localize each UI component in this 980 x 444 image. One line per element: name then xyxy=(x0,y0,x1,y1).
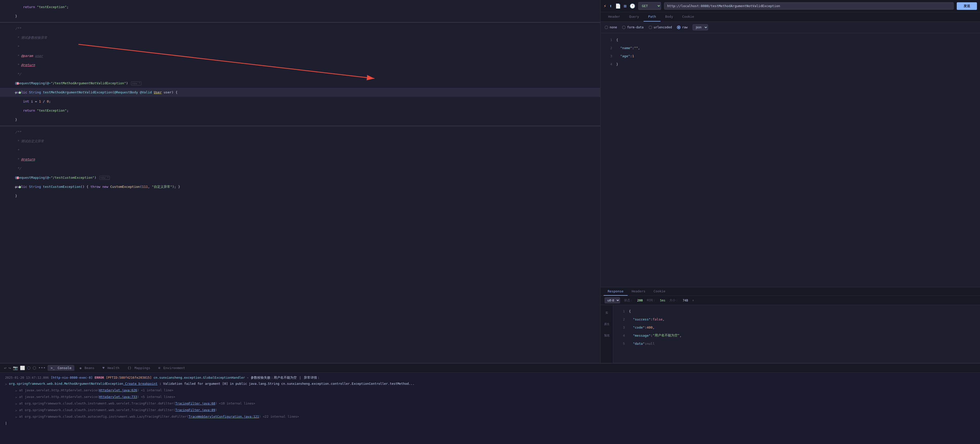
response-panel: Response Headers Cookie utf-8 状态： 200 时间… xyxy=(601,287,980,363)
code-line-comment: * 测试参数校验异常 xyxy=(0,33,600,42)
fire-icon[interactable]: ⚡ xyxy=(604,3,606,9)
console-icon-more[interactable]: ••• xyxy=(38,366,46,371)
response-meta-row: utf-8 状态： 200 时间： 5ms 大小： 74B ⬇ xyxy=(601,296,980,305)
json-line-3: 3 "age" : 1 xyxy=(601,52,980,60)
format-select[interactable]: json xyxy=(693,24,708,30)
console-tab-environment[interactable]: ⊞ Environment xyxy=(155,365,188,371)
code-line-comment: /** xyxy=(0,24,600,33)
console-stack-5: > at org.springframework.cloud.sleuth.au… xyxy=(15,414,975,420)
radio-raw-btn[interactable] xyxy=(677,26,681,29)
code-line-annotation: ● @RequestMapping(@~"/testMethodArgument… xyxy=(0,79,600,88)
console-icon-1[interactable]: ↩ xyxy=(4,366,6,371)
tab-header[interactable]: Header xyxy=(604,12,625,22)
code-line-comment: * xyxy=(0,42,600,51)
debug-arrow-2: → ● xyxy=(14,182,21,192)
code-line-comment: */ xyxy=(0,70,600,79)
console-stacktrace-main: > org.springframework.web.bind.MethodArg… xyxy=(5,381,975,387)
console-icon-5[interactable]: ⬡ xyxy=(27,366,30,371)
url-input[interactable] xyxy=(664,2,954,10)
response-body: 实 原生 预览 1 { 2 "success" : false xyxy=(601,305,980,363)
response-tab-headers[interactable]: Headers xyxy=(628,287,650,295)
json-line-1: 1 { xyxy=(601,36,980,44)
section-divider-2 xyxy=(0,126,600,126)
resp-json-line-4: 4 "message" : "用户名不能为空" , xyxy=(613,331,980,339)
side-label-real: 实 xyxy=(601,307,613,318)
tab-cookie[interactable]: Cookie xyxy=(678,12,699,22)
request-tabs-row: Header Query Path Body Cookie xyxy=(601,12,980,22)
history-icon[interactable]: 🕐 xyxy=(630,3,635,9)
grid-icon[interactable]: ⊞ xyxy=(624,3,627,9)
console-tab-beans[interactable]: ◉ Beans xyxy=(76,365,97,371)
console-cursor-line: | xyxy=(5,421,975,426)
console-tab-console[interactable]: >_ Console xyxy=(48,365,74,371)
code-editor: return "testException"; } /** * 测试参数校验异常… xyxy=(0,0,601,363)
resp-json-line-5: 5 "data" : null xyxy=(613,339,980,348)
code-line: } xyxy=(0,12,600,21)
code-line-body: return "testException"; xyxy=(0,106,600,115)
radio-raw[interactable]: raw xyxy=(677,26,687,29)
main-container: return "testException"; } /** * 测试参数校验异常… xyxy=(0,0,980,363)
tab-path[interactable]: Path xyxy=(644,12,660,22)
console-icon-4[interactable]: ⬜ xyxy=(20,366,25,371)
document-icon[interactable]: 📄 xyxy=(615,3,621,9)
size-val: 74B xyxy=(682,299,688,302)
send-button[interactable]: 发送 xyxy=(957,2,977,10)
radio-none[interactable]: none xyxy=(605,26,617,29)
upload-icon[interactable]: ⬆ xyxy=(609,3,612,9)
code-line-method-sig: → ● public String testMethodArgumentNotV… xyxy=(0,88,600,97)
method-select[interactable]: GET xyxy=(638,2,661,10)
console-icon: >_ xyxy=(51,366,55,370)
status-label: 状态： xyxy=(624,298,633,302)
section-divider xyxy=(0,22,600,23)
stack-link-1[interactable]: HttpServlet.java:626 xyxy=(99,388,137,393)
body-type-row: none form-data urlencoded raw json xyxy=(601,22,980,33)
resp-json-line-3: 3 "code" : 400 , xyxy=(613,323,980,331)
stack-link-2[interactable]: HttpServlet.java:733 xyxy=(99,394,137,399)
radio-form-data[interactable]: form-data xyxy=(622,26,644,29)
resp-json-line-1: 1 { xyxy=(613,307,980,315)
console-icon-3[interactable]: 📷 xyxy=(13,366,18,371)
response-tab-cookie[interactable]: Cookie xyxy=(649,287,669,295)
console-toolbar: ↩ ↪ 📷 ⬜ ⬡ ⬡ ••• >_ Console ◉ Beans ♥ Hea… xyxy=(0,364,980,373)
api-toolbar: ⚡ ⬆ 📄 ⊞ 🕐 GET 发送 xyxy=(601,0,980,12)
console-stack-3: > at org.springframework.cloud.sleuth.in… xyxy=(15,401,975,407)
response-tab-response[interactable]: Response xyxy=(604,287,628,295)
download-icon[interactable]: ⬇ xyxy=(692,299,694,302)
radio-none-btn[interactable] xyxy=(605,26,608,29)
breakpoint-indicator: ● xyxy=(16,79,19,88)
console-stack-2: > at javax.servlet.http.HttpServlet.serv… xyxy=(15,394,975,400)
code-line-closing: } xyxy=(0,192,600,200)
mappings-icon: {} xyxy=(127,366,132,370)
status-code: 200 xyxy=(637,299,643,302)
encoding-select[interactable]: utf-8 xyxy=(605,297,620,303)
console-error-line: 2025-01-20 13:47:12.806 [http-nio-8080-e… xyxy=(5,375,975,380)
radio-urlencoded-btn[interactable] xyxy=(649,26,652,29)
console-icon-2[interactable]: ↪ xyxy=(9,366,11,371)
tab-body[interactable]: Body xyxy=(660,12,678,22)
json-line-4: 4 } xyxy=(601,60,980,68)
code-line-annotation2: ● @RequestMapping(@~"/testCustomExceptio… xyxy=(0,173,600,182)
console-stack-4: > at org.springframework.cloud.sleuth.in… xyxy=(15,407,975,413)
radio-urlencoded[interactable]: urlencoded xyxy=(649,26,672,29)
stack-link-3[interactable]: TracingFilter.java:68 xyxy=(175,401,215,406)
console-tab-mappings[interactable]: {} Mappings xyxy=(124,365,153,371)
console-icon-6[interactable]: ⬡ xyxy=(33,366,36,371)
response-json: 1 { 2 "success" : false , 3 " xyxy=(613,305,980,363)
beans-icon: ◉ xyxy=(80,366,81,370)
console-tab-health[interactable]: ♥ Health xyxy=(99,365,123,371)
code-line-comment: * @param user xyxy=(0,51,600,61)
stack-link-5[interactable]: TraceWebServletConfiguration.java:121 xyxy=(188,414,259,419)
code-line-comment2: * @return xyxy=(0,155,600,164)
create-breakpoint-link[interactable]: Create breakpoint xyxy=(123,381,158,386)
breakpoint-indicator-2: ● xyxy=(16,173,19,182)
code-line-body: int i = 1 / 0; xyxy=(0,97,600,106)
side-label-preview: 预览 xyxy=(601,330,613,341)
code-line-comment2: * xyxy=(0,146,600,155)
size-label: 大小： xyxy=(669,298,678,302)
tab-query[interactable]: Query xyxy=(625,12,644,22)
console-stack-1: > at javax.servlet.http.HttpServlet.serv… xyxy=(15,388,975,393)
code-area: return "testException"; } /** * 测试参数校验异常… xyxy=(0,0,600,203)
radio-form-data-btn[interactable] xyxy=(622,26,625,29)
env-icon: ⊞ xyxy=(158,366,161,370)
stack-link-4[interactable]: TracingFilter.java:89 xyxy=(175,407,215,413)
